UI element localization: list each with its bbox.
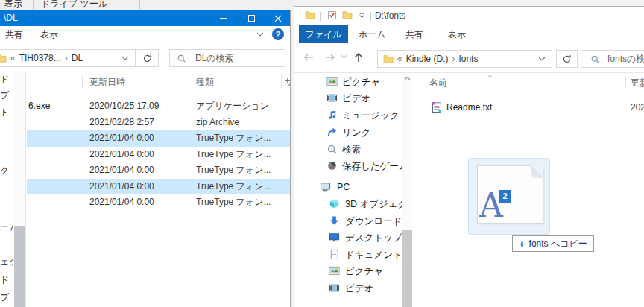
search-icon [177,54,186,63]
sidebar-item-label: 3D オブジェクト [345,197,402,211]
column-header-date[interactable]: 更新日時 [89,72,125,92]
back-button[interactable] [302,51,315,63]
window-folder-icon [305,10,315,19]
divider [33,0,34,10]
chevron-down-icon[interactable] [121,55,129,61]
tab-share[interactable]: 共有 [5,26,23,42]
maximize-button[interactable] [238,10,265,26]
file-row[interactable]: 2021/01/04 0:00TrueType フォン... [27,179,290,195]
file-row[interactable]: 2021/01/04 0:00TrueType フォン... [27,130,290,147]
sidebar-item-label: リンク [342,126,370,139]
refresh-button[interactable] [135,49,159,67]
search-icon [326,144,338,155]
qat-checkbox-icon[interactable] [327,10,337,20]
column-header-date[interactable]: 更新日時 [631,73,644,92]
left-titlebar[interactable]: \DL [0,10,290,26]
recent-locations-icon[interactable] [341,54,347,60]
folder-icon [383,54,394,63]
file-row[interactable]: 2021/02/28 2:57zip Archive [27,115,290,131]
drag-tooltip-text: fonts へコピー [529,238,587,250]
search-input[interactable]: DLの検索 [169,49,285,67]
sidebar-item-label: PC [337,180,350,194]
sidebar-item-videos[interactable]: ビデオ [294,282,402,295]
tab-view[interactable]: 表示 [40,26,58,42]
up-button[interactable] [353,51,364,63]
column-header-type[interactable]: 種類 [196,72,214,92]
bg-tab-drive-tools[interactable]: ドライブ ツール [41,0,107,10]
nav-item-fragment[interactable]: ド [0,73,13,85]
file-row[interactable]: 6.exe2020/10/25 17:09アプリケーション [27,98,290,115]
tab-home[interactable]: ホーム [359,25,386,43]
nav-item-fragment[interactable]: ク [0,165,13,177]
file-row[interactable]: 2021/01/04 0:00TrueType フォン... [27,194,290,211]
chevron-up-icon[interactable] [404,76,411,80]
refresh-button[interactable] [556,50,578,68]
sidebar-item-label: ピクチャ [342,75,380,89]
sidebar-item-pc[interactable]: PC [294,180,402,194]
column-header-size[interactable]: サイズ [285,72,290,92]
address-bar[interactable]: « TIH0378... › DL [0,49,136,67]
sidebar-item-music[interactable]: ミュージック [294,109,402,122]
help-button[interactable]: ? [272,28,284,40]
sidebar-item-videos[interactable]: ビデオ [294,92,402,105]
right-explorer-window: D:\fonts ファイル ホーム 共有 表示 « Kindle (D:) › … [294,6,644,307]
sidebar-item-pictures[interactable]: ピクチャ [294,265,402,278]
scrollbar-thumb[interactable] [402,230,412,307]
file-date: 2021/01/04 0:00 [89,130,154,147]
nav-item-fragment[interactable]: ド [0,273,13,285]
file-row[interactable]: 2021/01/04 0:00TrueType フォン... [27,147,290,163]
file-type: アプリケーション [196,98,269,115]
close-icon [274,14,282,23]
download-icon [329,215,340,227]
nav-item-fragment[interactable]: ト [0,106,13,118]
breadcrumb-root[interactable]: Kindle (D:) [406,54,449,64]
breadcrumb-leaf[interactable]: fonts [458,54,478,64]
file-row-readme[interactable]: Readme.txt 2021 [429,100,644,115]
file-name: Readme.txt [446,100,492,115]
documents-icon [329,249,340,260]
sidebar-item-label: ドキュメント [345,248,402,262]
nav-item-fragment[interactable]: ェク [0,256,13,268]
left-address-row: « TIH0378... › DL DLの検索 [0,42,290,72]
tab-share[interactable]: 共有 [405,25,423,43]
forward-button[interactable] [324,51,337,63]
chevron-down-icon[interactable] [256,31,264,37]
minimize-button[interactable] [209,10,238,26]
nav-item-fragment[interactable]: ーム [0,221,13,233]
copy-plus-icon: + [519,238,525,250]
drag-ghost[interactable]: A 2 [468,158,550,235]
sidebar-item-links[interactable]: リンク [294,126,402,139]
sidebar-item-pictures[interactable]: ピクチャ [294,75,402,89]
sidebar-item-saved-games[interactable]: 保存したゲーム [294,159,402,173]
sidebar-item-label: 検索 [342,143,361,156]
nav-item-fragment[interactable]: ブ [0,291,13,303]
nav-item-fragment[interactable]: ブ [0,89,13,101]
sidebar-item-download[interactable]: ダウンロード [294,215,402,228]
breadcrumb-separator: › [448,54,458,64]
address-bar[interactable]: « Kindle (D:) › fonts [377,50,552,68]
bg-tab-view[interactable]: 表示 [4,0,22,10]
file-name: 6.exe [28,98,50,115]
qat-dropdown-icon[interactable] [357,10,367,20]
right-titlebar[interactable]: D:\fonts [294,7,644,25]
scrollbar-thumb[interactable] [14,226,25,307]
tab-view[interactable]: 表示 [448,25,466,43]
search-input[interactable]: fontsの検索 [581,50,644,68]
divider [320,12,321,21]
breadcrumb-root[interactable]: TIH0378... [19,53,61,63]
sidebar-item-documents[interactable]: ドキュメント [294,248,402,262]
sidebar-item-cube[interactable]: 3D オブジェクト [294,197,402,211]
file-row[interactable]: 2021/01/04 0:00TrueType フォン... [27,162,290,179]
column-header-name[interactable]: 名前 [429,73,447,92]
chevron-down-icon[interactable] [538,56,546,62]
sidebar-item-search[interactable]: 検索 [294,143,402,156]
sidebar-item-desktop[interactable]: デスクトップ [294,231,402,244]
search-icon [590,54,600,64]
window-title: D:\fonts [375,7,405,25]
divider [139,0,140,10]
close-button[interactable] [265,10,291,26]
divider [281,75,282,89]
qat-folder-icon[interactable] [342,10,353,19]
tab-file[interactable]: ファイル [299,25,348,43]
breadcrumb-leaf[interactable]: DL [72,53,83,63]
